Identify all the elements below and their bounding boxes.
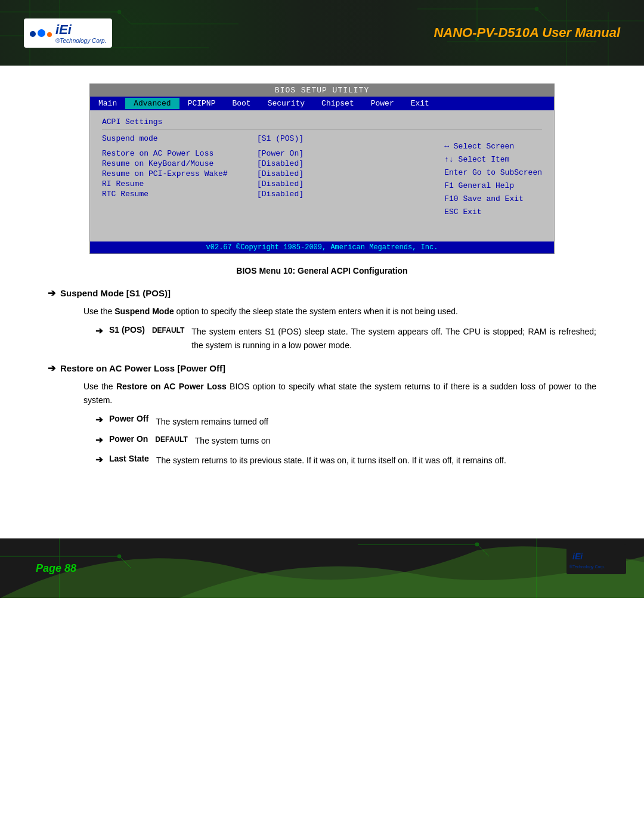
sub-label-s1pos: S1 (POS) bbox=[109, 325, 145, 335]
arrow-icon-1: ➔ bbox=[48, 287, 55, 299]
header-title: NANO-PV-D510A User Manual bbox=[434, 25, 620, 41]
bios-screenshot: BIOS SETUP UTILITY Main Advanced PCIPNP … bbox=[89, 83, 555, 254]
sub-default-s1pos: Default bbox=[152, 326, 184, 335]
bios-nav-power[interactable]: Power bbox=[363, 98, 402, 109]
bios-value-3: [Disabled] bbox=[257, 169, 304, 178]
body-text-2: Use the Restore on AC Power Loss BIOS op… bbox=[83, 380, 596, 407]
bios-section-title: ACPI Settings bbox=[102, 117, 542, 126]
section-heading-text-2: Restore on AC Power Loss [Power Off] bbox=[60, 363, 225, 373]
help-line-4: F1 General Help bbox=[444, 179, 542, 193]
bios-nav-chipset[interactable]: Chipset bbox=[313, 98, 363, 109]
sub-item-poweron: ➔ Power On Default The system turns on bbox=[95, 434, 596, 447]
help-line-1: ↔ Select Screen bbox=[444, 140, 542, 153]
sub-content-3: Power On Default The system turns on bbox=[109, 434, 596, 447]
dot-2 bbox=[38, 29, 45, 37]
sub-arrow-4: ➔ bbox=[95, 454, 103, 465]
bios-label-4: RI Resume bbox=[102, 179, 257, 188]
bios-divider bbox=[102, 129, 542, 129]
sub-item-poweroff: ➔ Power Off The system remains turned of… bbox=[95, 414, 596, 428]
sub-item-s1pos: ➔ S1 (POS) Default The system enters S1 … bbox=[95, 325, 596, 352]
svg-point-14 bbox=[535, 7, 538, 11]
sub-desc-laststate: The system returns to its previous state… bbox=[156, 454, 506, 467]
section-heading-1: ➔ Suspend Mode [S1 (POS)] bbox=[48, 287, 596, 299]
sub-arrow-3: ➔ bbox=[95, 435, 103, 445]
sub-content-2: Power Off The system remains turned off bbox=[109, 414, 596, 428]
header: iEi ®Technology Corp. NANO-PV-D510A User… bbox=[0, 0, 644, 66]
logo-box: iEi ®Technology Corp. bbox=[24, 18, 112, 48]
sub-desc-poweron: The system turns on bbox=[195, 434, 271, 447]
help-line-6: ESC Exit bbox=[444, 206, 542, 219]
sub-label-poweron: Power On bbox=[109, 434, 148, 444]
svg-point-27 bbox=[475, 543, 479, 546]
sub-content-4: Last State The system returns to its pre… bbox=[109, 454, 596, 467]
bios-nav: Main Advanced PCIPNP Boot Security Chips… bbox=[90, 97, 554, 110]
bios-body: ACPI Settings Suspend mode [S1 (POS)] Re… bbox=[90, 110, 554, 241]
bios-nav-exit[interactable]: Exit bbox=[402, 98, 438, 109]
doc-content: BIOS Menu 10: General ACPI Configuration… bbox=[36, 266, 608, 467]
bios-title-bar: BIOS SETUP UTILITY bbox=[90, 84, 554, 97]
page-number: Page 88 bbox=[36, 562, 76, 575]
svg-text:®Technology Corp.: ®Technology Corp. bbox=[569, 565, 605, 569]
bios-nav-main[interactable]: Main bbox=[90, 98, 125, 109]
help-line-5: F10 Save and Exit bbox=[444, 193, 542, 206]
bios-nav-pcipnp[interactable]: PCIPNP bbox=[179, 98, 224, 109]
sub-content-1: S1 (POS) Default The system enters S1 (P… bbox=[109, 325, 596, 352]
logo-icon bbox=[30, 29, 52, 37]
dot-3 bbox=[47, 32, 52, 37]
arrow-icon-2: ➔ bbox=[48, 363, 55, 374]
section-heading-text-1: Suspend Mode [S1 (POS)] bbox=[60, 288, 171, 298]
bios-value-5: [Disabled] bbox=[257, 190, 304, 199]
bios-help-panel: ↔ Select Screen ↑↓ Select Item Enter Go … bbox=[444, 140, 542, 219]
body-text-1: Use the Suspend Mode option to specify t… bbox=[83, 305, 596, 318]
bios-nav-security[interactable]: Security bbox=[259, 98, 313, 109]
bios-label-1: Restore on AC Power Loss bbox=[102, 149, 257, 158]
svg-text:iEi: iEi bbox=[572, 552, 583, 561]
logo-tech: ®Technology Corp. bbox=[55, 38, 106, 44]
bios-label-2: Resume on KeyBoard/Mouse bbox=[102, 159, 257, 168]
sub-label-laststate: Last State bbox=[109, 454, 149, 463]
footer: iEi ®Technology Corp. Page 88 bbox=[0, 538, 644, 598]
bios-nav-advanced[interactable]: Advanced bbox=[125, 98, 179, 109]
sub-default-poweron: Default bbox=[155, 435, 187, 444]
sub-desc-poweroff: The system remains turned off bbox=[156, 415, 268, 428]
bios-label-3: Resume on PCI-Express Wake# bbox=[102, 169, 257, 178]
bios-value-0: [S1 (POS)] bbox=[257, 134, 304, 143]
sub-arrow-2: ➔ bbox=[95, 414, 103, 425]
svg-line-1 bbox=[119, 12, 131, 24]
logo-text: iEi ®Technology Corp. bbox=[55, 22, 106, 44]
sub-item-laststate: ➔ Last State The system returns to its p… bbox=[95, 454, 596, 467]
bios-value-2: [Disabled] bbox=[257, 159, 304, 168]
main-content: BIOS SETUP UTILITY Main Advanced PCIPNP … bbox=[0, 66, 644, 491]
bios-label-5: RTC Resume bbox=[102, 190, 257, 199]
bios-footer: v02.67 ©Copyright 1985-2009, American Me… bbox=[90, 241, 554, 253]
help-line-3: Enter Go to SubScreen bbox=[444, 166, 542, 179]
logo-iei: iEi bbox=[55, 22, 106, 38]
svg-point-23 bbox=[117, 555, 121, 558]
svg-line-12 bbox=[537, 9, 549, 21]
logo-area: iEi ®Technology Corp. bbox=[24, 18, 112, 48]
svg-point-3 bbox=[117, 10, 121, 14]
dot-1 bbox=[30, 31, 36, 37]
sub-label-poweroff: Power Off bbox=[109, 414, 148, 423]
bios-value-1: [Power On] bbox=[257, 149, 304, 158]
help-line-2: ↑↓ Select Item bbox=[444, 153, 542, 166]
bios-label-0: Suspend mode bbox=[102, 134, 257, 143]
sub-arrow-1: ➔ bbox=[95, 326, 103, 336]
sub-desc-s1pos: The system enters S1 (POS) sleep state. … bbox=[191, 325, 596, 352]
section-heading-2: ➔ Restore on AC Power Loss [Power Off] bbox=[48, 363, 596, 374]
bios-nav-boot[interactable]: Boot bbox=[224, 98, 259, 109]
bios-menu-title: BIOS Menu 10: General ACPI Configuration bbox=[48, 266, 596, 275]
bios-value-4: [Disabled] bbox=[257, 179, 304, 188]
